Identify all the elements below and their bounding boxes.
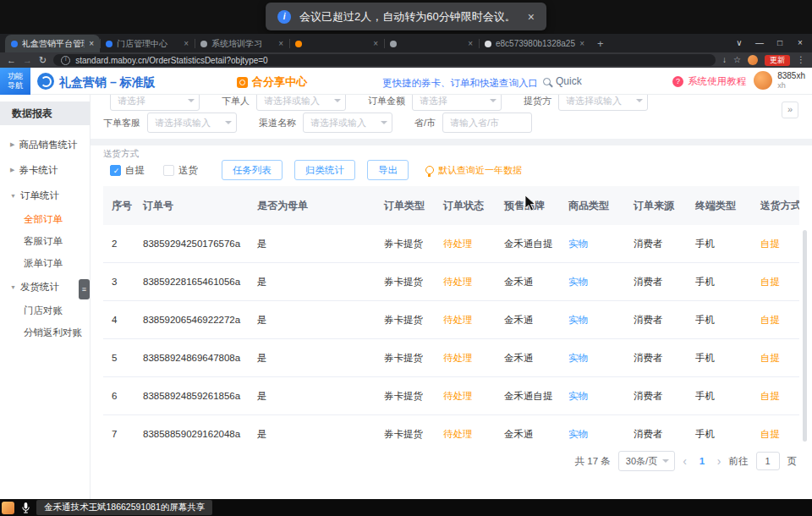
dropdown-caret-icon: [188, 99, 195, 102]
tab-close-icon[interactable]: [278, 39, 283, 48]
sidebar-item[interactable]: ▶券卡统计: [0, 157, 90, 183]
function-nav-line2: 导航: [8, 81, 23, 91]
filter-input[interactable]: [558, 95, 648, 111]
table-cell: 消费者: [625, 276, 687, 288]
sidebar-collapse-handle[interactable]: ≡: [79, 279, 90, 299]
table-row[interactable]: 683858924859261856a是券卡提货待处理金禾通自提实物消费者手机自…: [103, 377, 799, 415]
toast-close-icon[interactable]: ×: [528, 10, 535, 24]
help-tutorial-link[interactable]: 系统使用教程: [672, 75, 746, 88]
tab-title: 门店管理中心: [117, 38, 179, 50]
kebab-menu-icon[interactable]: ⋮: [797, 52, 805, 68]
table-cell: 是: [249, 276, 376, 288]
table-cell[interactable]: 实物: [560, 314, 625, 327]
filter-input[interactable]: [110, 95, 200, 111]
table-row[interactable]: 783858859029162048a是券卡提货待处理金禾通实物消费者手机自提: [103, 415, 799, 443]
table-cell: 自提: [752, 352, 799, 365]
table-row[interactable]: 583858924869647808a是券卡提货待处理金禾通实物消费者手机自提: [103, 339, 799, 377]
action-button[interactable]: 任务列表: [222, 160, 283, 180]
goto-page-input[interactable]: [756, 452, 780, 470]
tab-search-icon[interactable]: ∨: [729, 34, 749, 52]
table-cell[interactable]: 实物: [560, 390, 625, 403]
main-content: 下单人订单金额提货方 下单客服渠道名称省/市 » 送货方式 自提送货 任务列表归…: [91, 95, 812, 499]
filter-input-wrap: [256, 95, 346, 111]
sidebar-item[interactable]: ▼订单统计: [0, 183, 90, 208]
table-cell: 消费者: [625, 428, 687, 441]
help-icon: [672, 76, 683, 87]
quick-entry-link[interactable]: 更快捷的券卡、订单和快递查询入口: [382, 77, 538, 90]
table-body: 283859294250176576a是券卡提货待处理金禾通自提实物消费者手机自…: [103, 225, 799, 443]
column-header: 终端类型: [687, 199, 752, 213]
sidebar-item[interactable]: 门店对账: [0, 299, 90, 321]
sidebar-item[interactable]: ▼发货统计: [0, 274, 90, 299]
filter-field: 渠道名称: [259, 113, 392, 133]
address-bar[interactable]: standard.maboy.cn/OrderStatisticsDetail?…: [53, 54, 716, 66]
back-button[interactable]: ←: [7, 52, 16, 68]
table-toolbar: 自提送货 任务列表归类统计导出 默认查询近一年数据: [110, 159, 522, 181]
current-page[interactable]: 1: [694, 456, 710, 466]
tab-favicon-icon: [106, 41, 112, 47]
user-menu[interactable]: 8385xh xh: [754, 71, 805, 90]
filter-input-wrap: [442, 113, 532, 133]
prev-page-button[interactable]: ‹: [683, 454, 687, 468]
table-cell[interactable]: 实物: [560, 428, 625, 441]
sidebar-item[interactable]: ▶商品销售统计: [0, 132, 90, 157]
download-icon[interactable]: ↓: [722, 52, 727, 68]
tab-close-icon[interactable]: [184, 39, 189, 48]
tab-close-icon[interactable]: [579, 39, 584, 48]
browser-tab[interactable]: 礼盒营销平台管理中心: [5, 35, 100, 52]
sidebar-item[interactable]: 客服订单: [0, 230, 90, 252]
browser-tab[interactable]: e8c573980b1328a258fd2e6ll: [479, 35, 590, 52]
function-nav-line1: 功能: [8, 72, 23, 81]
minimize-button[interactable]: —: [749, 34, 770, 52]
table-cell[interactable]: 实物: [560, 276, 625, 288]
filter-input[interactable]: [412, 95, 502, 111]
browser-tab[interactable]: [384, 35, 479, 52]
function-nav-button[interactable]: 功能 导航: [0, 68, 30, 95]
share-center-link[interactable]: 合分享中心: [237, 74, 307, 90]
bookmark-star-icon[interactable]: ☆: [733, 52, 741, 68]
sidebar-item[interactable]: 派单订单: [0, 252, 90, 274]
browser-profile-avatar[interactable]: [748, 55, 758, 65]
table-cell: 待处理: [435, 352, 496, 365]
browser-tab[interactable]: [289, 35, 384, 52]
filter-input[interactable]: [442, 113, 532, 133]
tab-close-icon[interactable]: [373, 39, 378, 48]
site-info-icon[interactable]: [61, 56, 70, 65]
sidebar-item[interactable]: 分销返利对账: [0, 321, 90, 343]
tab-close-icon[interactable]: [89, 39, 94, 48]
filter-input[interactable]: [256, 95, 346, 111]
delivery-checkbox[interactable]: 送货: [163, 164, 198, 177]
maximize-button[interactable]: □: [770, 34, 790, 52]
quick-search[interactable]: Quick: [543, 75, 582, 87]
filter-input[interactable]: [303, 113, 392, 133]
dropdown-caret-icon: [490, 99, 497, 102]
next-page-button[interactable]: ›: [717, 454, 721, 468]
new-tab-button[interactable]: +: [597, 37, 604, 50]
forward-button[interactable]: →: [23, 52, 32, 68]
reload-button[interactable]: ↻: [39, 52, 47, 68]
action-button[interactable]: 导出: [367, 160, 409, 180]
browser-tab[interactable]: 系统培训学习: [195, 35, 289, 52]
browser-tab[interactable]: 门店管理中心: [100, 35, 195, 52]
column-header: 订单号: [134, 199, 249, 213]
delivery-checkbox[interactable]: 自提: [110, 164, 145, 177]
action-button[interactable]: 归类统计: [294, 160, 355, 180]
browser-update-button[interactable]: 更新: [765, 55, 790, 66]
tab-close-icon[interactable]: [468, 39, 473, 48]
filter-collapse-button[interactable]: »: [782, 102, 798, 118]
table-scrollbar[interactable]: [803, 230, 807, 442]
sharer-avatar: [2, 502, 14, 514]
table-cell[interactable]: 实物: [560, 352, 625, 365]
table-cell: 金禾通: [496, 314, 560, 327]
table-row[interactable]: 383859228165461056a是券卡提货待处理金禾通实物消费者手机自提: [103, 263, 799, 301]
filter-input[interactable]: [147, 113, 237, 133]
table-row[interactable]: 483859206546922272a是券卡提货待处理金禾通实物消费者手机自提: [103, 301, 799, 339]
close-button[interactable]: ×: [790, 34, 810, 52]
sidebar-item[interactable]: 全部订单: [0, 208, 90, 230]
table-cell[interactable]: 实物: [560, 238, 625, 250]
filter-field: [110, 95, 200, 111]
microphone-icon[interactable]: [21, 502, 30, 514]
page-size-select[interactable]: 30条/页: [618, 451, 675, 471]
table-row[interactable]: 283859294250176576a是券卡提货待处理金禾通自提实物消费者手机自…: [103, 225, 799, 263]
checkbox-label: 自提: [125, 164, 145, 177]
